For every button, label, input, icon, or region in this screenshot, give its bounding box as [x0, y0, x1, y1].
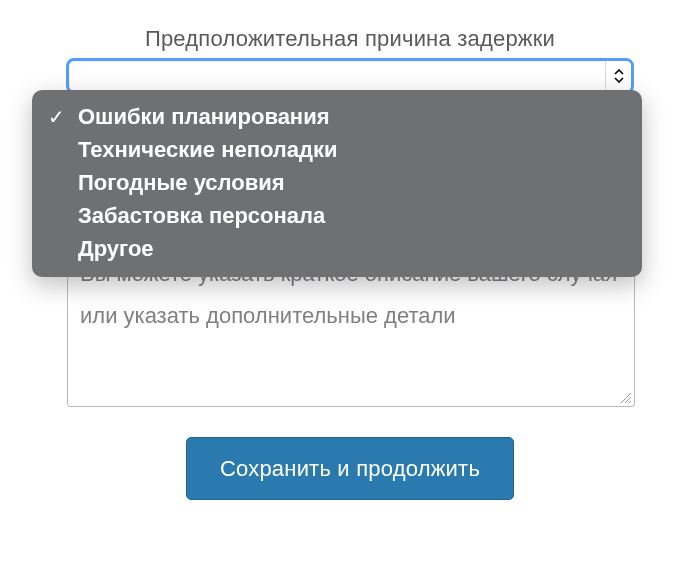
resize-grip-icon[interactable] [618, 390, 632, 404]
svg-line-2 [629, 401, 631, 403]
option-label: Забастовка персонала [78, 203, 624, 229]
option-label: Технические неполадки [78, 137, 624, 163]
reason-option[interactable]: Забастовка персонала [32, 199, 642, 232]
reason-option[interactable]: Ошибки планирования [32, 100, 642, 133]
reason-option[interactable]: Погодные условия [32, 166, 642, 199]
check-icon [48, 105, 78, 129]
select-arrows-icon [605, 61, 631, 91]
reason-select-wrap [66, 58, 634, 94]
reason-select-value [69, 61, 605, 91]
reason-dropdown: Ошибки планирования Технические неполадк… [32, 90, 642, 277]
option-label: Другое [78, 236, 624, 262]
reason-select[interactable] [66, 58, 634, 94]
reason-field-label: Предположительная причина задержки [0, 26, 700, 52]
form-container: Предположительная причина задержки Ошибк… [0, 0, 700, 584]
submit-button[interactable]: Сохранить и продолжить [186, 437, 514, 500]
reason-option[interactable]: Технические неполадки [32, 133, 642, 166]
submit-button-label: Сохранить и продолжить [220, 456, 480, 482]
option-label: Погодные условия [78, 170, 624, 196]
reason-option[interactable]: Другое [32, 232, 642, 265]
option-label: Ошибки планирования [78, 104, 624, 130]
